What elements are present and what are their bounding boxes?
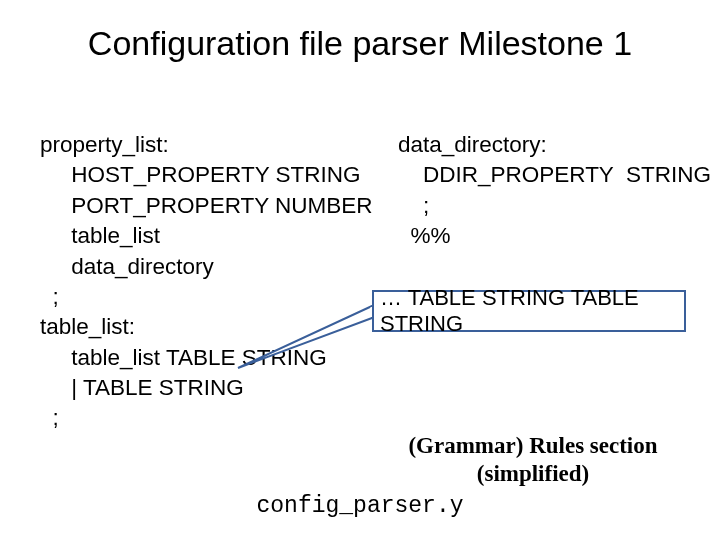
- callout-box: … TABLE STRING TABLE STRING: [372, 290, 686, 332]
- code-line: | TABLE STRING: [40, 375, 244, 400]
- filename-label: config_parser.y: [0, 493, 720, 519]
- slide: Configuration file parser Milestone 1 pr…: [0, 0, 720, 540]
- slide-title: Configuration file parser Milestone 1: [0, 24, 720, 63]
- code-line: ;: [398, 193, 429, 218]
- caption-line: (simplified): [477, 461, 589, 486]
- code-line: table_list:: [40, 314, 135, 339]
- code-line: property_list:: [40, 132, 169, 157]
- code-line: ;: [40, 284, 59, 309]
- code-line: ;: [40, 405, 59, 430]
- code-line: data_directory:: [398, 132, 547, 157]
- code-line: HOST_PROPERTY STRING: [40, 162, 360, 187]
- right-column: data_directory: DDIR_PROPERTY STRING ; %…: [398, 130, 711, 252]
- callout-text: … TABLE STRING TABLE STRING: [380, 285, 684, 337]
- code-line: %%: [398, 223, 451, 248]
- code-line: PORT_PROPERTY NUMBER: [40, 193, 373, 218]
- code-line: table_list: [40, 223, 160, 248]
- left-column: property_list: HOST_PROPERTY STRING PORT…: [40, 130, 373, 434]
- code-line: DDIR_PROPERTY STRING: [398, 162, 711, 187]
- code-line: table_list TABLE STRING: [40, 345, 327, 370]
- caption-line: (Grammar) Rules section: [408, 433, 657, 458]
- code-line: data_directory: [40, 254, 214, 279]
- caption: (Grammar) Rules section (simplified): [378, 432, 688, 487]
